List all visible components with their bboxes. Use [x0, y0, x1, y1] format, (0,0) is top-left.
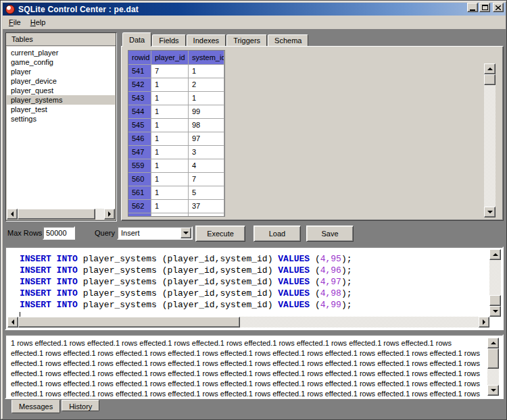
grid-cell[interactable]: 99 — [189, 105, 224, 119]
sql-statement: INSERT INTO player_systems (player_id,sy… — [20, 276, 489, 288]
scroll-thumb[interactable] — [18, 209, 95, 219]
minimize-button[interactable] — [467, 3, 478, 12]
grid-cell — [151, 213, 189, 217]
grid-cell[interactable]: 1 — [151, 146, 189, 159]
scroll-down-button[interactable] — [484, 207, 496, 217]
grid-cell[interactable]: 37 — [189, 200, 224, 213]
messages-text: 1 rows effected.1 rows effected.1 rows e… — [7, 337, 483, 396]
table-item-game_config[interactable]: game_config — [7, 57, 115, 67]
grid-vscrollbar[interactable] — [484, 63, 496, 217]
tab-schema[interactable]: Schema — [268, 34, 308, 47]
table-item-player_systems[interactable]: player_systems — [7, 95, 115, 105]
scroll-track[interactable] — [489, 260, 501, 295]
scroll-up-button[interactable] — [487, 338, 499, 348]
grid-cell[interactable]: 1 — [151, 173, 189, 186]
scroll-down-button[interactable] — [489, 306, 501, 317]
grid-cell[interactable]: 7 — [189, 173, 224, 186]
grid-cell[interactable]: 1 — [151, 78, 189, 92]
grid-cell[interactable]: 546 — [128, 132, 151, 146]
load-button[interactable]: Load — [254, 226, 301, 242]
grid-cell[interactable]: 1 — [151, 200, 189, 213]
grid-cell[interactable]: 1 — [151, 186, 189, 200]
table-item-current_player[interactable]: current_player — [7, 48, 115, 57]
grid-cell[interactable]: 98 — [189, 119, 224, 132]
scroll-thumb[interactable] — [487, 348, 499, 369]
menu-bar: FileHelp — [3, 16, 506, 29]
sql-hscrollbar[interactable] — [7, 317, 489, 327]
scroll-thumb[interactable] — [484, 74, 496, 85]
scroll-track[interactable] — [240, 317, 479, 327]
grid-cell[interactable]: 542 — [128, 78, 151, 92]
scroll-right-button[interactable] — [104, 209, 115, 219]
grid-cell[interactable]: 559 — [128, 159, 151, 173]
execute-button[interactable]: Execute — [195, 226, 245, 242]
table-item-player_test[interactable]: player_test — [7, 105, 115, 114]
menu-file[interactable]: File — [4, 17, 26, 28]
grid-cell[interactable]: player_id — [151, 51, 189, 65]
grid-cell[interactable]: rowid — [128, 51, 151, 65]
grid-cell[interactable]: 97 — [189, 132, 224, 146]
messages-vscrollbar[interactable] — [487, 338, 499, 396]
grid-cell[interactable]: 4 — [189, 159, 224, 173]
tab-data[interactable]: Data — [122, 32, 151, 47]
grid-cell[interactable]: 1 — [151, 159, 189, 173]
grid-cell[interactable]: 545 — [128, 119, 151, 132]
tables-hscrollbar[interactable] — [7, 209, 115, 219]
grid-row: 54171 — [128, 65, 224, 78]
grid-cell[interactable]: 541 — [128, 65, 151, 78]
max-rows-input[interactable] — [43, 226, 75, 240]
grid-cell[interactable]: 1 — [151, 119, 189, 132]
grid-cell[interactable]: 544 — [128, 105, 151, 119]
grid-cell[interactable]: 1 — [151, 105, 189, 119]
sql-vscrollbar[interactable] — [489, 249, 501, 317]
scroll-down-button[interactable] — [487, 385, 499, 396]
scroll-left-button[interactable] — [7, 317, 18, 327]
save-button[interactable]: Save — [306, 226, 354, 242]
bottom-tab-history[interactable]: History — [62, 400, 99, 411]
arrow-down-icon — [491, 389, 496, 392]
scroll-track[interactable] — [487, 369, 499, 385]
sql-text[interactable]: INSERT INTO player_systems (player_id,sy… — [7, 249, 489, 317]
grid-cell[interactable]: 1 — [189, 92, 224, 105]
scroll-left-button[interactable] — [7, 209, 18, 219]
grid-cell[interactable]: 7 — [151, 65, 189, 78]
scroll-track[interactable] — [484, 85, 496, 207]
scroll-thumb[interactable] — [489, 295, 501, 306]
table-item-player_quest[interactable]: player_quest — [7, 86, 115, 95]
grid-cell[interactable]: 1 — [189, 65, 224, 78]
maximize-button[interactable] — [479, 3, 490, 12]
grid-cell[interactable]: 562 — [128, 200, 151, 213]
grid-cell[interactable]: 547 — [128, 146, 151, 159]
tab-fields[interactable]: Fields — [152, 34, 185, 47]
grid-cell[interactable]: 2 — [189, 78, 224, 92]
tab-indexes[interactable]: Indexes — [187, 34, 226, 47]
caret-line — [20, 311, 489, 317]
dropdown-button[interactable] — [180, 228, 191, 238]
grid-row-partial — [128, 213, 224, 217]
scroll-right-button[interactable] — [479, 317, 489, 327]
table-item-player[interactable]: player — [7, 67, 115, 76]
table-item-settings[interactable]: settings — [7, 114, 115, 124]
bottom-tab-messages[interactable]: Messages — [11, 400, 60, 413]
grid-cell[interactable]: 5 — [189, 186, 224, 200]
sql-editor[interactable]: INSERT INTO player_systems (player_id,sy… — [5, 246, 504, 330]
menu-help[interactable]: Help — [26, 17, 51, 28]
close-button[interactable] — [493, 3, 504, 12]
tab-triggers[interactable]: Triggers — [226, 34, 267, 47]
title-bar[interactable]: SQLite Control Center : pe.dat — [3, 3, 506, 16]
scroll-up-button[interactable] — [489, 249, 501, 260]
grid-cell[interactable]: 1 — [151, 132, 189, 146]
grid-cell[interactable]: 1 — [151, 92, 189, 105]
query-label: Query — [95, 229, 115, 237]
scroll-up-button[interactable] — [484, 63, 496, 74]
grid-cell[interactable]: 543 — [128, 92, 151, 105]
grid-cell[interactable]: 561 — [128, 186, 151, 200]
grid-cell[interactable]: 560 — [128, 173, 151, 186]
grid-cell[interactable]: 3 — [189, 146, 224, 159]
table-item-player_device[interactable]: player_device — [7, 76, 115, 86]
grid-cell[interactable]: system_id — [189, 51, 224, 65]
query-dropdown[interactable]: Insert — [117, 226, 193, 240]
grid-row: 56017 — [128, 173, 224, 186]
scroll-track[interactable] — [95, 209, 104, 219]
scroll-thumb[interactable] — [18, 317, 240, 327]
